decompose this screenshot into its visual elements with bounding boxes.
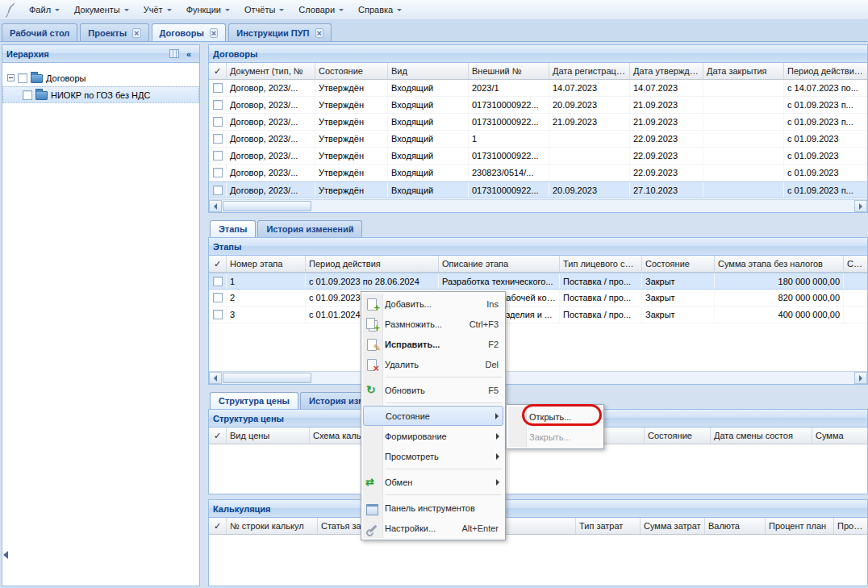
row-checkbox[interactable] [213,100,223,110]
contract-row[interactable]: Договор, 2023/... Утверждён Входящий 1 2… [209,131,867,148]
scroll-left-button[interactable] [209,200,222,212]
contract-row[interactable]: Договор, 2023/... Утверждён Входящий 017… [209,97,867,114]
column-header-num[interactable]: № строки калькул [227,518,318,534]
submenu-item-close[interactable]: Закрыть... [508,427,602,447]
menu-help[interactable]: Справка [352,2,408,17]
menu-functions[interactable]: Функции [180,2,236,17]
column-header-ext[interactable]: Внешний № [469,63,549,79]
select-all-column-header[interactable]: ✓ [209,256,227,272]
stage-row[interactable]: 2 с 01.09.2023 по 28.06.2024 Изготовлени… [209,290,867,307]
column-header-sum[interactable]: Сумма затрат [641,518,705,534]
collapse-panel-button[interactable]: « [182,48,195,60]
stage-row[interactable]: 3 с 01.01.2024 по 28.06.2024 Изготовлени… [209,307,867,323]
row-checkbox[interactable] [213,168,223,177]
contract-row-selected[interactable]: Договор, 2023/... Утверждён Входящий 017… [209,181,867,198]
menu-item-settings[interactable]: Настройки... Alt+Enter [363,518,503,538]
select-all-column-header[interactable]: ✓ [209,427,227,444]
tab-price-structure[interactable]: Структура цены [210,392,298,409]
panel-title: Иерархия [6,49,49,59]
row-checkbox[interactable] [213,310,223,319]
cell: Поставка / про... [560,290,642,306]
menu-item-state[interactable]: Состояние [363,406,503,426]
column-header-num[interactable]: Номер этапа [227,256,306,272]
scroll-right-button[interactable] [854,372,867,384]
row-checkbox[interactable] [213,151,223,161]
menu-item-delete[interactable]: Удалить Del [363,354,503,374]
scroll-right-button[interactable] [854,200,867,212]
column-header-state[interactable]: Состояние [645,427,711,444]
column-header-sum[interactable]: Сумма этапа без налогов [715,256,844,272]
tree-node-niokr[interactable]: НИОКР по ГОЗ без НДС [2,86,199,103]
tab-projects[interactable]: Проекты × [80,23,148,41]
submenu-item-open[interactable]: Открыть... [508,407,602,427]
scroll-left-button[interactable] [209,372,222,384]
cell: 820 000 000,00 [715,290,844,306]
view-options-button[interactable] [168,48,181,60]
scroll-left-icon[interactable] [3,551,8,559]
contract-row[interactable]: Договор, 2023/... Утверждён Входящий 230… [209,165,867,181]
tree-node-checkbox[interactable] [18,73,27,83]
tab-instructions[interactable]: Инструкции ПУП × [228,23,332,41]
tab-change-history[interactable]: История изменений [257,220,362,237]
column-header-currency[interactable]: Валюта [705,518,766,534]
column-header-fact[interactable]: Процент ф [834,518,867,534]
contract-row[interactable]: Договор, 2023/... Утверждён Входящий 017… [209,114,867,131]
tab-close-icon[interactable]: × [132,28,140,38]
menu-item-edit[interactable]: Исправить... F2 [363,334,503,354]
stages-horizontal-scrollbar[interactable] [209,371,867,384]
contract-row[interactable]: Договор, 2023/... Утверждён Входящий 202… [209,80,867,97]
stage-row-selected[interactable]: 1 с 01.09.2023 по 28.06.2024 Разработка … [209,273,867,290]
tab-stages[interactable]: Этапы [210,220,256,237]
tree-node-checkbox[interactable] [23,90,32,100]
column-header-reg[interactable]: Дата регистрации [549,63,630,79]
menu-item-add[interactable]: Добавить... Ins [363,294,503,314]
row-checkbox[interactable] [213,293,223,302]
column-header-plan[interactable]: Процент план [766,518,834,534]
column-header-changed[interactable]: Дата смены состоя [711,427,812,444]
column-header-period[interactable]: Период действия... [784,63,867,79]
select-all-column-header[interactable]: ✓ [209,518,227,534]
row-checkbox[interactable] [213,277,223,286]
column-header-approve[interactable]: Дата утверждения [630,63,703,79]
tab-close-icon[interactable]: × [210,28,218,38]
row-checkbox[interactable] [213,117,223,127]
row-checkbox[interactable] [213,83,223,93]
menu-dictionaries[interactable]: Словари [292,2,350,17]
row-checkbox[interactable] [213,186,223,195]
menu-item-refresh[interactable]: Обновить F5 [363,380,503,400]
menu-accounting[interactable]: Учёт [137,2,178,17]
scrollbar-thumb[interactable] [223,201,311,211]
column-header-state[interactable]: Состояние [642,256,715,272]
contracts-horizontal-scrollbar[interactable] [209,199,867,212]
menu-item-exchange[interactable]: Обмен [363,472,503,492]
tree-node-contracts[interactable]: Договоры [2,69,199,86]
menu-item-formation[interactable]: Формирование [363,426,503,446]
menu-item-toolbar[interactable]: Панель инструментов [363,498,503,518]
column-header-period[interactable]: Период действия [306,256,439,272]
row-checkbox[interactable] [213,134,223,144]
contracts-panel-header: Договоры [209,45,867,63]
tab-contracts[interactable]: Договоры × [152,23,227,41]
menu-item-duplicate[interactable]: Размножить... Ctrl+F3 [363,314,503,334]
tab-desktop[interactable]: Рабочий стол [2,23,77,41]
column-header-state[interactable]: Состояние [315,63,388,79]
column-header-desc[interactable]: Описание этапа [439,256,560,272]
menu-reports[interactable]: Отчёты [238,2,290,17]
cell: Договор, 2023/... [227,80,315,96]
contract-row[interactable]: Договор, 2023/... Утверждён Входящий 017… [209,148,867,165]
column-header-sum2[interactable]: Сумма [844,256,867,272]
menu-documents[interactable]: Документы [68,2,136,17]
menu-item-view[interactable]: Просмотреть [363,446,503,466]
tab-close-icon[interactable]: × [315,28,323,38]
column-header-close[interactable]: Дата закрытия [703,63,784,79]
menu-file[interactable]: Файл [23,2,66,17]
column-header-type[interactable]: Тип затрат [576,518,641,534]
column-header-kind[interactable]: Вид цены [227,427,310,444]
column-header-kind[interactable]: Вид [388,63,469,79]
column-header-doc[interactable]: Документ (тип, № [227,63,315,79]
column-header-acct[interactable]: Тип лицевого счёт [560,256,642,272]
scrollbar-thumb[interactable] [223,373,311,383]
column-header-sum[interactable]: Сумма [812,427,867,444]
collapse-node-icon[interactable] [7,74,15,81]
select-all-column-header[interactable]: ✓ [209,63,227,79]
